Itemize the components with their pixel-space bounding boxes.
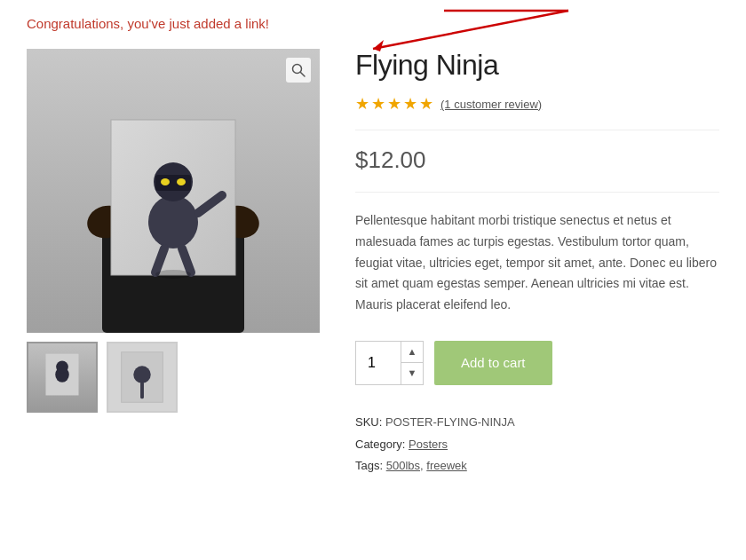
category-label: Category: [355,438,405,451]
main-image-container [27,49,320,333]
thumbnail-2[interactable] [107,342,178,413]
notification-text: Congratulations, you've just added a lin… [27,16,269,31]
svg-point-16 [155,270,191,279]
svg-point-11 [161,178,170,185]
category-row: Category: Posters [355,434,719,456]
add-to-cart-button[interactable]: Add to cart [434,341,552,385]
quantity-down-button[interactable]: ▼ [401,363,423,384]
sku-label: SKU: [355,415,382,429]
sku-value: POSTER-FLYING-NINJA [385,415,515,429]
add-to-cart-row: ▲ ▼ Add to cart [355,341,719,385]
star-5: ★ [419,94,433,114]
svg-point-8 [148,195,198,248]
tag-link-1[interactable]: 500lbs [386,459,420,472]
quantity-input[interactable] [356,342,401,384]
category-link[interactable]: Posters [409,438,448,451]
product-images [27,49,320,477]
zoom-icon[interactable] [286,58,311,83]
star-2: ★ [371,94,385,114]
star-3: ★ [387,94,401,114]
svg-line-18 [301,73,306,77]
quantity-wrapper: ▲ ▼ [355,341,424,385]
svg-point-12 [177,178,186,185]
tags-row: Tags: 500lbs, freewek [355,455,719,477]
svg-point-22 [56,360,68,373]
svg-point-25 [133,366,150,383]
quantity-up-button[interactable]: ▲ [401,342,423,363]
sku-row: SKU: POSTER-FLYING-NINJA [355,412,719,434]
product-area: Flying Ninja ★ ★ ★ ★ ★ (1 customer revie… [0,40,746,495]
zoom-icon-container[interactable] [286,58,311,83]
star-1: ★ [355,94,369,114]
thumbnail-1[interactable] [27,342,98,413]
quantity-arrows: ▲ ▼ [401,342,423,384]
product-main-image [27,49,320,333]
tag-link-2[interactable]: freewek [426,459,467,472]
svg-rect-10 [155,175,191,191]
product-price: $12.00 [355,146,719,193]
thumbnail-row [27,342,320,413]
product-description: Pellentesque habitant morbi tristique se… [355,210,719,316]
review-link[interactable]: (1 customer review) [440,98,542,111]
tags-label: Tags: [355,459,383,472]
product-title: Flying Ninja [355,49,719,82]
notification-bar: Congratulations, you've just added a lin… [0,0,746,40]
rating-row: ★ ★ ★ ★ ★ (1 customer review) [355,94,719,130]
stars: ★ ★ ★ ★ ★ [355,94,433,114]
product-details: Flying Ninja ★ ★ ★ ★ ★ (1 customer revie… [355,49,719,477]
star-4: ★ [403,94,417,114]
meta-info: SKU: POSTER-FLYING-NINJA Category: Poste… [355,412,719,477]
